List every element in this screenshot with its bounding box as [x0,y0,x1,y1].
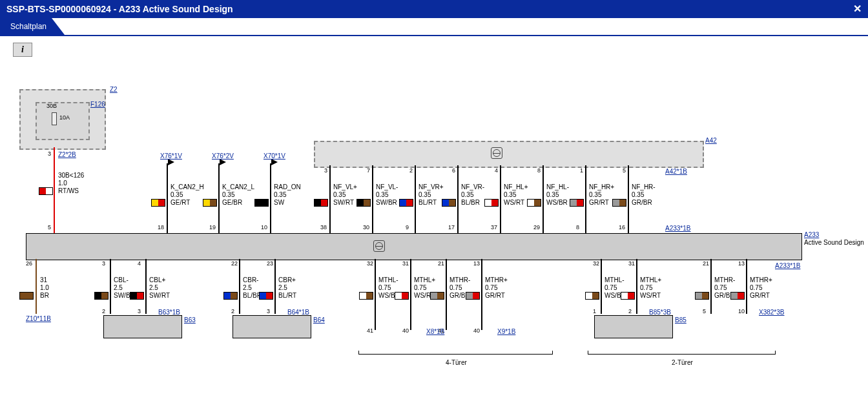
c: BL/RT [278,292,296,299]
g: 0.35 [418,191,431,198]
wire-K_CAN2_L [218,163,220,233]
w31-c: BR [40,292,49,299]
component-box [103,315,182,338]
wire-mthlm2 [601,259,602,314]
ref[interactable]: B63 [184,316,196,324]
ref-x9[interactable]: X9*1B [497,328,515,335]
ref[interactable]: X382*3B [759,309,784,316]
c: WS/RT [640,292,661,299]
pin26: 26 [26,261,32,267]
wire-nfvrm [457,165,459,233]
c: WS/RT [504,199,524,206]
arrow-icon [220,159,226,165]
sig: RAD_ON [274,183,301,191]
ref[interactable]: B85 [675,316,687,324]
g: 0.35 [632,191,644,198]
pin-b: 40 [402,328,409,335]
ref-z2[interactable]: Z2 [110,86,118,93]
sig: MTHR- [450,276,470,283]
pin-a42: 6 [452,168,455,174]
ref-a233[interactable]: A233 [804,231,819,238]
brace-4t [358,354,552,355]
g: 0.35 [461,191,473,198]
close-icon[interactable]: ✕ [853,3,862,15]
wire-nfvrp [415,165,416,233]
ref-z2-2b[interactable]: Z2*2B [58,151,76,158]
color-chip [356,199,371,207]
wire-cblp [145,259,147,314]
pin-a233: 8 [576,225,579,231]
pin: 23 [267,261,273,267]
ref-a233-1b-top[interactable]: A233*1B [665,225,690,232]
window-title: SSP-BTS-SP0000060924 - A233 Active Sound… [6,4,233,14]
chip-rtws [39,187,53,195]
sig: NF_HR+ [589,183,614,191]
ref-x8[interactable]: X8*1B [426,328,444,335]
ref-a233-sub: Active Sound Design [804,239,864,246]
diagram-canvas: Z2 F126 30B 10A 3 Z2*2B 30B<126 1.0 RT/W… [0,57,868,412]
steer-icon-a233 [373,240,385,252]
pin-a42: 1 [580,168,583,174]
wire-mthrm2 [710,259,712,314]
sig: NF_VR+ [418,183,444,191]
pin-a42: 2 [409,168,413,174]
ref-X76*2V[interactable]: X76*2V [212,152,234,160]
ref-X76*1V[interactable]: X76*1V [160,152,182,160]
wire-nfvlm [372,165,373,233]
pin-z2-bot: 3 [48,151,51,158]
g: 0.75 [378,284,391,291]
pin: 19 [209,225,216,231]
sig: NF_HL+ [504,183,528,191]
tab-schaltplan[interactable]: Schaltplan [0,18,65,35]
ref[interactable]: B64 [313,316,325,324]
ref-a42-1b[interactable]: A42*1B [665,168,687,175]
fuse-icon [52,112,57,125]
sig: MTHR+ [485,276,508,283]
wire-mthrm4 [446,259,447,330]
ref-a42[interactable]: A42 [705,137,717,144]
gauge: 0.35 [170,191,183,198]
col: GE/BR [222,199,242,206]
ref-z10-11b[interactable]: Z10*11B [26,315,51,322]
pin-a233: 29 [533,225,540,231]
tab-row: Schaltplan [0,18,868,36]
sig: NF_VR- [461,183,484,191]
pin-b: 1 [593,309,596,315]
col: GE/RT [170,199,190,206]
sig: K_CAN2_H [170,183,204,191]
ref-X70*1V[interactable]: X70*1V [264,152,285,160]
gauge: 0.35 [222,191,234,198]
component-box [594,315,673,338]
wire-mthrp2 [746,259,747,314]
w30b-sig: 30B<126 [58,172,84,179]
wire-mthlm4 [375,259,376,330]
color-chip [585,292,599,300]
arrow-icon [168,159,174,165]
w31-sig: 31 [40,276,47,283]
g: 0.35 [504,191,516,198]
color-chip [254,199,269,207]
color-chip [730,292,745,300]
ref-a233-1b-bot[interactable]: A233*1B [775,262,800,269]
wire-30b [54,147,55,233]
pin-b: 10 [738,309,745,315]
fuse-lbl: 30B [46,103,57,110]
c: GR/RT [589,199,609,206]
color-chip [466,292,480,300]
ref-f126[interactable]: F126 [90,101,105,108]
component-box [232,315,311,338]
g: 0.75 [414,284,426,291]
wire-K_CAN2_H [167,163,168,233]
g: 0.75 [640,284,652,291]
g: 0.35 [333,191,346,198]
chip-br [19,292,34,300]
wire-cblm [110,259,111,314]
wire-mthrp4 [481,259,482,330]
wire-RAD_ON [270,163,271,233]
info-button[interactable]: i [13,43,32,57]
pin-b: 40 [473,328,480,335]
c: GR/BR [632,199,652,206]
c: SW/RT [149,292,170,299]
sig: NF_VL+ [333,183,357,191]
pin-b: 2 [231,309,234,315]
